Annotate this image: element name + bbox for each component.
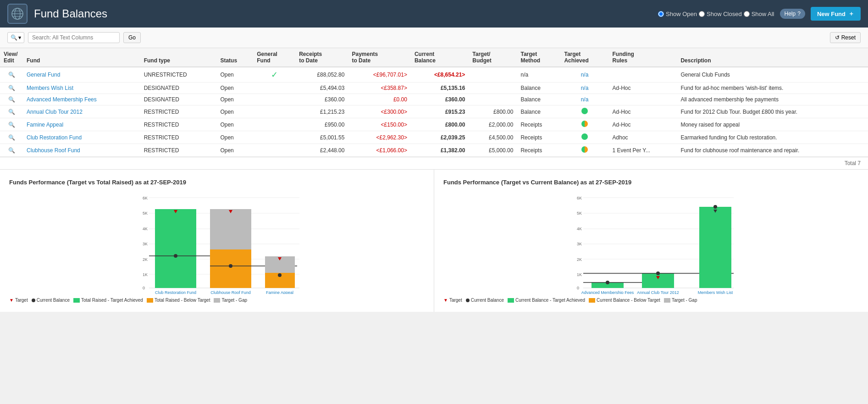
target-budget-cell: £5,000.00	[469, 144, 517, 157]
new-fund-button[interactable]: New Fund ＋	[811, 7, 861, 21]
table-row: 🔍Famine AppealRESTRICTEDOpen£950.00<£150…	[0, 118, 868, 131]
svg-text:2K: 2K	[143, 257, 148, 262]
status-cell: Open	[216, 105, 253, 118]
app-header: Fund Balances Show Open Show Closed Show…	[0, 0, 868, 28]
target-method-cell: Balance	[517, 83, 560, 94]
show-all-label[interactable]: Show All	[744, 11, 774, 17]
svg-text:0: 0	[143, 286, 145, 290]
help-button[interactable]: Help ?	[780, 9, 805, 19]
filter-radio-group: Show Open Show Closed Show All	[658, 11, 774, 17]
target-method-cell: Balance	[517, 94, 560, 105]
current-balance-cell: £800.00	[411, 118, 469, 131]
show-all-radio[interactable]	[744, 11, 750, 17]
show-open-radio[interactable]	[658, 11, 664, 17]
bar-wish-balance	[699, 207, 731, 288]
view-icon[interactable]: 🔍	[8, 85, 15, 91]
show-closed-label[interactable]: Show Closed	[699, 11, 742, 17]
col-description[interactable]: Description	[677, 48, 868, 67]
general-fund-cell	[253, 118, 295, 131]
help-icon: ?	[797, 11, 801, 17]
fund-name-cell: Clubhouse Roof Fund	[23, 144, 140, 157]
view-edit-cell[interactable]: 🔍	[0, 94, 23, 105]
status-cell: Open	[216, 144, 253, 157]
fund-name-link[interactable]: Members Wish List	[27, 85, 73, 91]
circle-full-icon	[581, 133, 588, 140]
col-status[interactable]: Status	[216, 48, 253, 67]
r-orange-icon	[589, 298, 595, 303]
view-edit-cell[interactable]: 🔍	[0, 131, 23, 144]
target-budget-cell: £800.00	[469, 105, 517, 118]
payments-cell: <£2,962.30>	[348, 131, 410, 144]
description-cell: Fund for clubhouse roof maintenance and …	[677, 144, 868, 157]
fund-type-cell: UNRESTRICTED	[140, 67, 217, 83]
svg-text:Advanced Membership Fees: Advanced Membership Fees	[581, 290, 634, 294]
col-target-achieved[interactable]: TargetAchieved	[560, 48, 608, 67]
fund-name-link[interactable]: Advanced Membership Fees	[27, 96, 97, 103]
legend-r-balance: Current Balance	[466, 298, 504, 303]
col-target-budget[interactable]: Target/Budget	[469, 48, 517, 67]
fund-name-link[interactable]: Annual Club Tour 2012	[27, 109, 83, 115]
svg-text:Members Wish List: Members Wish List	[698, 290, 733, 294]
description-cell: Earmarked funding for Club restoration.	[677, 131, 868, 144]
view-edit-cell[interactable]: 🔍	[0, 144, 23, 157]
col-current-balance[interactable]: CurrentBalance	[411, 48, 469, 67]
view-icon[interactable]: 🔍	[8, 134, 15, 141]
target-method-cell: Receipts	[517, 144, 560, 157]
col-target-method[interactable]: TargetMethod	[517, 48, 560, 67]
target-method-cell: Receipts	[517, 118, 560, 131]
col-receipts[interactable]: Receiptsto Date	[295, 48, 348, 67]
left-chart-panel: Funds Performance (Target vs Total Raise…	[0, 170, 434, 312]
legend-balance: Current Balance	[32, 298, 70, 303]
target-achieved-link[interactable]: n/a	[581, 85, 589, 91]
col-payments[interactable]: Paymentsto Date	[348, 48, 410, 67]
fund-type-cell: RESTRICTED	[140, 131, 217, 144]
balance-dot-roof	[229, 264, 232, 268]
reset-button[interactable]: ↺ Reset	[830, 32, 861, 43]
receipts-cell: £88,052.80	[295, 67, 348, 83]
search-icon-button[interactable]: 🔍 ▾	[7, 32, 24, 43]
svg-text:4K: 4K	[577, 227, 582, 231]
description-cell: Money raised for appeal	[677, 118, 868, 131]
target-budget-cell: £4,500.00	[469, 131, 517, 144]
description-cell: Fund for 2012 Club Tour. Budget £800 thi…	[677, 105, 868, 118]
view-edit-cell[interactable]: 🔍	[0, 67, 23, 83]
svg-text:3K: 3K	[143, 242, 148, 246]
show-open-label[interactable]: Show Open	[658, 11, 697, 17]
col-general-fund[interactable]: GeneralFund	[253, 48, 295, 67]
view-edit-cell[interactable]: 🔍	[0, 83, 23, 94]
view-icon[interactable]: 🔍	[8, 147, 15, 154]
col-funding-rules[interactable]: FundingRules	[609, 48, 677, 67]
fund-name-link[interactable]: Famine Appeal	[27, 122, 63, 128]
status-cell: Open	[216, 83, 253, 94]
target-achieved-cell: n/a	[560, 83, 608, 94]
table-body: 🔍General FundUNRESTRICTEDOpen✓£88,052.80…	[0, 67, 868, 157]
general-fund-cell	[253, 144, 295, 157]
col-view-edit: View/Edit	[0, 48, 23, 67]
fund-name-link[interactable]: Clubhouse Roof Fund	[27, 147, 80, 154]
go-button[interactable]: Go	[123, 32, 141, 43]
fund-name-link[interactable]: Club Restoration Fund	[27, 134, 82, 141]
view-edit-cell[interactable]: 🔍	[0, 105, 23, 118]
search-input[interactable]	[28, 32, 120, 43]
target-achieved-link[interactable]: n/a	[581, 72, 589, 78]
target-achieved-cell: n/a	[560, 94, 608, 105]
view-edit-cell[interactable]: 🔍	[0, 118, 23, 131]
status-cell: Open	[216, 67, 253, 83]
funding-rules-cell: 1 Event Per Y...	[609, 144, 677, 157]
fund-name-link[interactable]: General Fund	[27, 72, 60, 78]
view-icon[interactable]: 🔍	[8, 109, 15, 115]
target-achieved-cell	[560, 118, 608, 131]
target-method-cell: Receipts	[517, 131, 560, 144]
view-icon[interactable]: 🔍	[8, 96, 15, 103]
show-closed-radio[interactable]	[699, 11, 705, 17]
col-fund[interactable]: Fund	[23, 48, 140, 67]
table-header-row: View/Edit Fund Fund type Status GeneralF…	[0, 48, 868, 67]
table-row: 🔍General FundUNRESTRICTEDOpen✓£88,052.80…	[0, 67, 868, 83]
col-fund-type[interactable]: Fund type	[140, 48, 217, 67]
view-icon[interactable]: 🔍	[8, 122, 15, 128]
target-budget-cell	[469, 67, 517, 83]
fund-name-cell: Club Restoration Fund	[23, 131, 140, 144]
svg-text:3K: 3K	[577, 242, 582, 246]
target-achieved-link[interactable]: n/a	[581, 96, 589, 103]
view-icon[interactable]: 🔍	[8, 72, 15, 78]
